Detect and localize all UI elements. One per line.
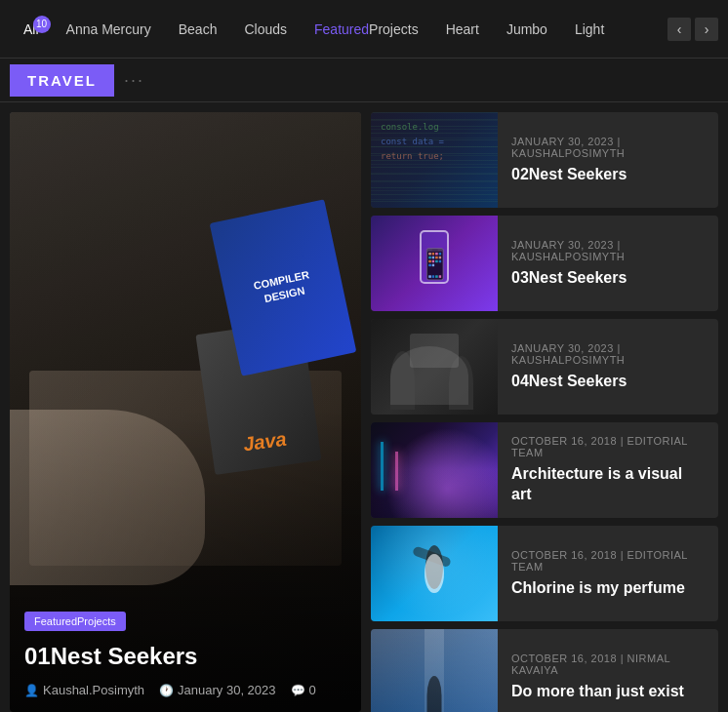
post-title-2: 03Nest Seekers — [511, 268, 705, 289]
comment-icon: 💬 — [291, 684, 305, 697]
post-thumb-img-4 — [371, 422, 498, 518]
nav-arrows: ‹ › — [667, 18, 718, 41]
post-info-1: January 30, 2023 | KAUSHALPOSIMYTH 02Nes… — [498, 112, 718, 208]
featured-post-date-wrapper: 🕐 January 30, 2023 — [159, 683, 275, 697]
post-thumb-2 — [371, 216, 498, 311]
post-date-author-1: January 30, 2023 | KAUSHALPOSIMYTH — [511, 136, 705, 159]
post-thumb-1: console.log const data = return true; — [371, 112, 498, 208]
tab-jumbo[interactable]: Jumbo — [493, 14, 561, 45]
post-card-1[interactable]: console.log const data = return true; Ja… — [371, 112, 718, 208]
post-card-2[interactable]: January 30, 2023 | KAUSHALPOSIMYTH 03Nes… — [371, 216, 718, 311]
tab-featured-projects[interactable]: FeaturedProjects — [301, 14, 432, 45]
post-title-5: Chlorine is my perfume — [511, 578, 705, 599]
tab-jumbo-label: Jumbo — [506, 21, 547, 37]
tab-light[interactable]: Light — [561, 14, 618, 45]
tab-clouds-label: Clouds — [244, 21, 287, 37]
post-thumb-img-5 — [371, 526, 498, 621]
post-title-4: Architecture is a visual art — [511, 464, 705, 505]
post-thumb-6 — [371, 629, 498, 712]
nav-arrow-right[interactable]: › — [695, 18, 718, 41]
post-thumb-img-2 — [371, 216, 498, 311]
post-title-6: Do more than just exist — [511, 682, 705, 702]
post-title-1: 02Nest Seekers — [511, 165, 705, 185]
post-info-5: October 16, 2018 | EDITORIAL TEAM Chlori… — [498, 526, 718, 621]
main-content: COMPILERDESIGN Java FeaturedProjects 01N… — [0, 102, 728, 712]
featured-post-title: 01Nest Seekers — [24, 641, 346, 671]
book2-title: Java — [242, 428, 288, 456]
tab-all[interactable]: All 10 — [10, 14, 53, 45]
post-thumb-img-1: console.log const data = return true; — [371, 112, 498, 208]
post-info-2: January 30, 2023 | KAUSHALPOSIMYTH 03Nes… — [498, 216, 718, 311]
post-card-5[interactable]: October 16, 2018 | EDITORIAL TEAM Chlori… — [371, 526, 718, 621]
post-date-author-6: October 16, 2018 | NIRMAL KAVAIYA — [511, 653, 705, 676]
post-card-4[interactable]: October 16, 2018 | EDITORIAL TEAM Archit… — [371, 422, 718, 518]
tab-heart[interactable]: Heart — [432, 14, 493, 45]
post-date-author-2: January 30, 2023 | KAUSHALPOSIMYTH — [511, 239, 705, 262]
tab-beach[interactable]: Beach — [165, 14, 231, 45]
post-date-author-4: October 16, 2018 | EDITORIAL TEAM — [511, 435, 705, 458]
tab-featured-f: Featured — [314, 21, 369, 37]
tab-featured-rest: Projects — [369, 21, 419, 37]
featured-post[interactable]: COMPILERDESIGN Java FeaturedProjects 01N… — [10, 112, 361, 712]
tab-heart-label: Heart — [446, 21, 479, 37]
featured-post-author-wrapper: 👤 Kaushal.Posimyth — [24, 683, 144, 697]
featured-tag[interactable]: FeaturedProjects — [24, 612, 126, 631]
post-info-4: October 16, 2018 | EDITORIAL TEAM Archit… — [498, 422, 718, 518]
post-info-3: January 30, 2023 | KAUSHALPOSIMYTH 04Nes… — [498, 319, 718, 415]
post-thumb-img-3 — [371, 319, 498, 415]
tab-all-badge: 10 — [33, 16, 51, 33]
book1-title: COMPILERDESIGN — [252, 267, 313, 308]
brand-dots: ··· — [124, 70, 144, 91]
post-info-6: October 16, 2018 | NIRMAL KAVAIYA Do mor… — [498, 629, 718, 712]
featured-post-author: Kaushal.Posimyth — [43, 683, 144, 697]
brand-label: TRAVEL — [10, 64, 114, 97]
featured-post-comments-wrapper: 💬 0 — [291, 683, 316, 697]
brand-bar: TRAVEL ··· — [0, 59, 728, 102]
post-date-author-3: January 30, 2023 | KAUSHALPOSIMYTH — [511, 342, 705, 366]
post-card-6[interactable]: October 16, 2018 | NIRMAL KAVAIYA Do mor… — [371, 629, 718, 712]
author-icon: 👤 — [24, 684, 39, 697]
top-navigation: All 10 Anna Mercury Beach Clouds Feature… — [0, 0, 728, 59]
tab-anna-mercury[interactable]: Anna Mercury — [53, 14, 165, 45]
post-card-3[interactable]: January 30, 2023 | KAUSHALPOSIMYTH 04Nes… — [371, 319, 718, 415]
nav-tabs: All 10 Anna Mercury Beach Clouds Feature… — [10, 14, 660, 45]
clock-icon: 🕐 — [159, 684, 174, 697]
post-thumb-5 — [371, 526, 498, 621]
post-thumb-4 — [371, 422, 498, 518]
post-thumb-3 — [371, 319, 498, 415]
featured-post-date: January 30, 2023 — [178, 683, 275, 697]
featured-post-comments: 0 — [309, 683, 316, 697]
nav-arrow-left[interactable]: ‹ — [667, 18, 691, 41]
featured-post-bottom: FeaturedProjects 01Nest Seekers 👤 Kausha… — [10, 597, 361, 712]
post-date-author-5: October 16, 2018 | EDITORIAL TEAM — [511, 549, 705, 573]
tab-clouds[interactable]: Clouds — [230, 14, 301, 45]
featured-post-meta: 👤 Kaushal.Posimyth 🕐 January 30, 2023 💬 … — [24, 683, 346, 697]
tab-light-label: Light — [575, 21, 604, 37]
tab-beach-label: Beach — [179, 21, 218, 37]
post-title-3: 04Nest Seekers — [511, 372, 705, 392]
post-thumb-img-6 — [371, 629, 498, 712]
tab-anna-mercury-label: Anna Mercury — [66, 21, 151, 37]
posts-list: console.log const data = return true; Ja… — [371, 112, 718, 712]
